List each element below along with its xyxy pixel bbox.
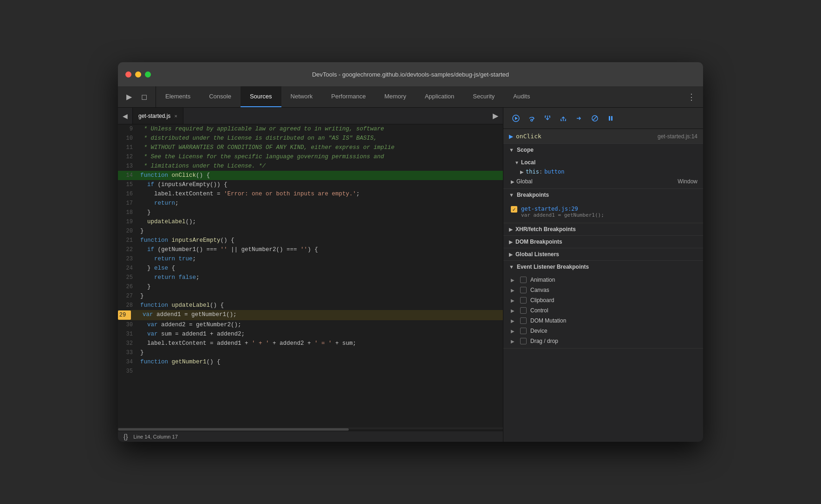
scope-global-item[interactable]: ▶ Global Window	[503, 176, 703, 187]
global-arrow-icon: ▶	[511, 179, 515, 184]
pause-on-exception-button[interactable]	[604, 111, 618, 125]
tabbar: ▶ ◻ Elements Console Sources Network Per…	[118, 86, 703, 108]
scope-this-item[interactable]: ▶ this : button	[503, 167, 703, 176]
canvas-checkbox[interactable]	[520, 287, 527, 293]
local-title: Local	[521, 159, 535, 166]
canvas-arrow-icon: ▶	[511, 288, 515, 293]
event-item-dom-mutation[interactable]: ▶ DOM Mutation	[503, 316, 703, 326]
breakpoints-section-title: Breakpoints	[517, 192, 549, 198]
code-editor[interactable]: 9 * Unless required by applicable law or…	[118, 124, 503, 428]
code-line-16: 16 label.textContent = 'Error: one or bo…	[118, 189, 503, 199]
device-checkbox[interactable]	[520, 328, 527, 334]
device-icon[interactable]: ◻	[138, 90, 150, 103]
code-line-15: 15 if (inputsAreEmpty()) {	[118, 180, 503, 189]
tab-security[interactable]: Security	[463, 86, 504, 107]
scope-section-content: ▼ Local ▶ this : button ▶ Global	[503, 156, 703, 188]
tab-console[interactable]: Console	[200, 86, 241, 107]
minimize-button[interactable]	[135, 71, 141, 78]
debugger-panel: ▶ onClick get-started.js:14 ▼ Scope ▼ Lo…	[503, 108, 703, 442]
step-into-button[interactable]	[541, 111, 554, 125]
xhr-breakpoints-section: ▶ XHR/fetch Breakpoints	[503, 223, 703, 236]
animation-arrow-icon: ▶	[511, 278, 515, 283]
code-line-30: 30 var addend2 = getNumber2();	[118, 320, 503, 330]
svg-rect-4	[609, 116, 610, 121]
code-line-32: 32 label.textContent = addend1 + ' + ' +…	[118, 339, 503, 348]
code-line-19: 19 updateLabel();	[118, 217, 503, 226]
device-arrow-icon: ▶	[511, 329, 515, 334]
tab-memory[interactable]: Memory	[375, 86, 416, 107]
more-tabs-button[interactable]: ⋮	[680, 86, 703, 107]
event-item-control[interactable]: ▶ Control	[503, 305, 703, 316]
control-label: Control	[530, 307, 548, 314]
event-item-animation[interactable]: ▶ Animation	[503, 275, 703, 285]
event-listener-breakpoints-section: ▼ Event Listener Breakpoints ▶ Animation…	[503, 261, 703, 349]
control-checkbox[interactable]	[520, 307, 527, 314]
tab-performance[interactable]: Performance	[322, 86, 375, 107]
format-icon[interactable]: {}	[124, 433, 128, 440]
tab-elements[interactable]: Elements	[156, 86, 200, 107]
this-arrow-icon: ▶	[520, 169, 524, 174]
debugger-content[interactable]: ▶ onClick get-started.js:14 ▼ Scope ▼ Lo…	[503, 129, 703, 442]
file-tab-get-started[interactable]: get-started.js ×	[133, 108, 183, 124]
traffic-lights	[125, 71, 151, 78]
file-tabs: ◀ get-started.js × ▶	[118, 108, 503, 124]
clipboard-label: Clipboard	[530, 297, 554, 304]
code-line-12: 12 * See the License for the specific la…	[118, 152, 503, 162]
breakpoint-item-29[interactable]: ✓ get-started.js:29 var addend1 = getNum…	[503, 203, 703, 221]
tab-audits[interactable]: Audits	[504, 86, 539, 107]
dom-mutation-checkbox[interactable]	[520, 317, 527, 324]
file-tab-actions[interactable]: ▶	[488, 108, 503, 124]
code-line-21: 21 function inputsAreEmpty() {	[118, 236, 503, 245]
xhr-breakpoints-title: XHR/fetch Breakpoints	[515, 226, 576, 233]
breakpoints-section: ▼ Breakpoints ✓ get-started.js:29 var ad…	[503, 189, 703, 223]
nav-back-icon[interactable]: ◀	[118, 108, 133, 124]
file-tab-close-icon[interactable]: ×	[174, 113, 177, 119]
xhr-breakpoints-header[interactable]: ▶ XHR/fetch Breakpoints	[503, 223, 703, 235]
maximize-button[interactable]	[145, 71, 151, 78]
breakpoint-checkbox-29[interactable]: ✓	[511, 206, 517, 213]
status-bar: {} Line 14, Column 17	[118, 431, 503, 442]
deactivate-breakpoints-button[interactable]	[588, 111, 602, 125]
step-out-button[interactable]	[556, 111, 570, 125]
svg-rect-5	[611, 116, 612, 121]
code-line-33: 33 }	[118, 348, 503, 357]
drag-drop-checkbox[interactable]	[520, 338, 527, 344]
callstack-onclick[interactable]: ▶ onClick get-started.js:14	[503, 129, 703, 144]
event-item-device[interactable]: ▶ Device	[503, 326, 703, 336]
event-item-canvas[interactable]: ▶ Canvas	[503, 285, 703, 295]
code-line-26: 26 }	[118, 282, 503, 291]
file-tab-name: get-started.js	[138, 113, 170, 119]
step-over-async-button[interactable]	[525, 111, 539, 125]
callstack-arrow-icon: ▶	[509, 133, 513, 140]
animation-checkbox[interactable]	[520, 277, 527, 283]
close-button[interactable]	[125, 71, 131, 78]
code-line-28: 28 function updateLabel() {	[118, 301, 503, 310]
event-listener-breakpoints-header[interactable]: ▼ Event Listener Breakpoints	[503, 261, 703, 273]
this-value: button	[544, 168, 564, 175]
event-item-drag-drop[interactable]: ▶ Drag / drop	[503, 336, 703, 346]
event-listener-breakpoints-content: ▶ Animation ▶ Canvas ▶ Clipboard	[503, 273, 703, 348]
tabbar-icons: ▶ ◻	[118, 86, 156, 107]
breakpoint-code: var addend1 = getNumber1();	[521, 212, 604, 218]
resume-button[interactable]	[509, 111, 523, 125]
global-title: Global	[516, 178, 533, 185]
inspect-icon[interactable]: ▶	[124, 90, 135, 103]
scope-section-header[interactable]: ▼ Scope	[503, 144, 703, 156]
code-line-9: 9 * Unless required by applicable law or…	[118, 124, 503, 134]
devtools-window: DevTools - googlechrome.github.io/devtoo…	[118, 62, 703, 442]
step-button[interactable]	[572, 111, 586, 125]
breakpoint-text-29: get-started.js:29 var addend1 = getNumbe…	[521, 206, 604, 218]
tab-sources[interactable]: Sources	[241, 86, 281, 107]
tab-network[interactable]: Network	[281, 86, 322, 107]
tab-application[interactable]: Application	[416, 86, 464, 107]
titlebar: DevTools - googlechrome.github.io/devtoo…	[118, 62, 703, 86]
global-listeners-title: Global Listeners	[515, 251, 559, 258]
breakpoints-section-header[interactable]: ▼ Breakpoints	[503, 189, 703, 201]
dom-breakpoints-header[interactable]: ▶ DOM Breakpoints	[503, 236, 703, 248]
cursor-position: Line 14, Column 17	[133, 434, 177, 439]
global-listeners-header[interactable]: ▶ Global Listeners	[503, 248, 703, 260]
event-item-clipboard[interactable]: ▶ Clipboard	[503, 295, 703, 305]
clipboard-checkbox[interactable]	[520, 297, 527, 304]
scope-local-header[interactable]: ▼ Local	[503, 158, 703, 167]
code-line-13: 13 * limitations under the License. */	[118, 162, 503, 171]
